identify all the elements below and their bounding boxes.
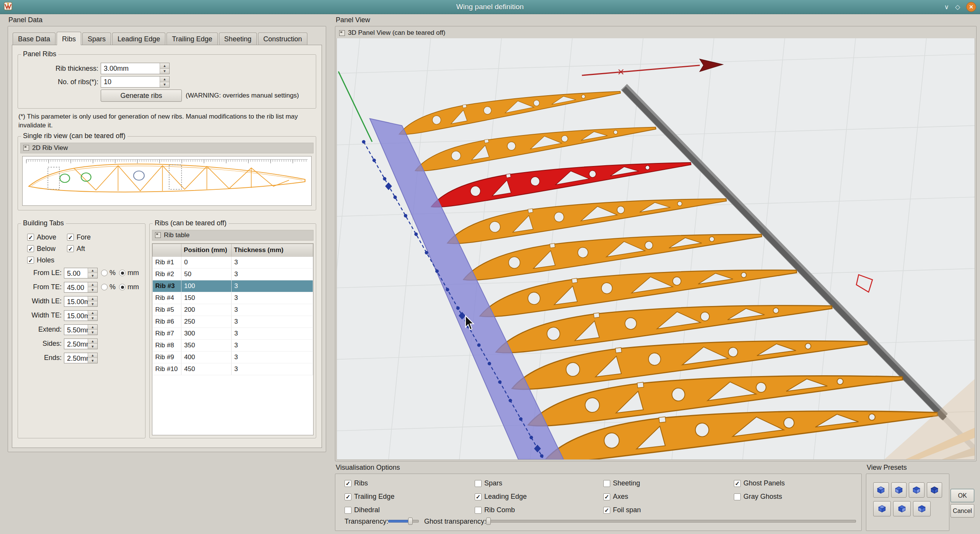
view-presets-title: View Presets: [866, 464, 949, 473]
ok-button[interactable]: OK: [951, 489, 974, 502]
spin-up-icon[interactable]: ▲: [160, 63, 169, 69]
float-icon[interactable]: [339, 30, 345, 36]
width-le-spinbox[interactable]: 15.00mm ▲▼: [64, 296, 98, 307]
num-ribs-spinbox[interactable]: 10 ▲▼: [101, 76, 170, 88]
rib-table-dock-header[interactable]: Rib table: [152, 230, 314, 241]
x-axis-red: [582, 59, 723, 75]
spin-up-icon[interactable]: ▲: [88, 325, 97, 330]
checkbox-rib-comb[interactable]: ✓Rib Comb: [475, 506, 515, 514]
checkbox-dihedral[interactable]: ✓Dihedral: [345, 506, 380, 514]
rib2d-canvas[interactable]: [22, 156, 312, 206]
tab-leading-edge[interactable]: Leading Edge: [112, 33, 165, 45]
checkbox-above[interactable]: ✓ Above: [27, 233, 67, 241]
sides-spinbox[interactable]: 2.50mm ▲▼: [64, 339, 98, 349]
from-le-spinbox[interactable]: 5.00 ▲▼: [64, 268, 98, 278]
tab-base-data[interactable]: Base Data: [13, 33, 56, 45]
close-icon[interactable]: ✕: [966, 2, 976, 12]
from-te-spinbox[interactable]: 45.00 ▲▼: [64, 282, 98, 293]
table-row[interactable]: Rib #1 0 3: [153, 256, 313, 268]
view3d-canvas[interactable]: [336, 38, 975, 460]
view-preset-front-button[interactable]: [873, 482, 889, 498]
spin-up-icon[interactable]: ▲: [88, 296, 97, 302]
spin-up-icon[interactable]: ▲: [88, 282, 97, 288]
spin-up-icon[interactable]: ▲: [88, 311, 97, 316]
table-row[interactable]: Rib #10 450 3: [153, 363, 313, 375]
spin-up-icon[interactable]: ▲: [160, 77, 169, 82]
checkbox-sheeting[interactable]: ✓Sheeting: [603, 479, 640, 487]
spin-down-icon[interactable]: ▼: [88, 301, 97, 306]
table-row[interactable]: Rib #8 350 3: [153, 339, 313, 351]
view-preset-iso-button[interactable]: [913, 501, 931, 516]
checkbox-fore[interactable]: ✓ Fore: [67, 233, 107, 241]
checkbox-axes[interactable]: ✓Axes: [603, 493, 628, 501]
view-preset-left-button[interactable]: [909, 482, 924, 498]
ghost-transparency-slider[interactable]: [485, 517, 856, 524]
table-row[interactable]: Rib #5 200 3: [153, 304, 313, 316]
rib-table: Position (mm) Thickness (mm) Rib #1 0 3: [152, 244, 313, 375]
rib-table-dock-title: Rib table: [164, 231, 189, 239]
extend-spinbox[interactable]: 5.50mm ▲▼: [64, 324, 98, 335]
table-row[interactable]: Rib #9 400 3: [153, 351, 313, 363]
spin-down-icon[interactable]: ▼: [160, 82, 169, 88]
spin-down-icon[interactable]: ▼: [88, 287, 97, 292]
spin-down-icon[interactable]: ▼: [160, 69, 169, 74]
checkbox-aft[interactable]: ✓ Aft: [67, 245, 107, 253]
single-rib-view-group: Single rib view (can be teared off) 2D R…: [18, 136, 316, 210]
view3d-dock-header[interactable]: 3D Panel View (can be teared off): [336, 28, 975, 38]
tab-construction[interactable]: Construction: [258, 33, 307, 45]
window-titlebar[interactable]: Wing panel definition ∨ ◇ ✕: [0, 0, 980, 14]
from-te-mm-radio[interactable]: [119, 284, 126, 290]
rib-thickness-spinbox[interactable]: 3.00mm ▲▼: [101, 63, 170, 74]
float-icon[interactable]: [23, 145, 29, 151]
checkbox-ribs[interactable]: ✓Ribs: [345, 479, 368, 487]
spin-up-icon[interactable]: ▲: [88, 268, 97, 274]
width-te-spinbox[interactable]: 15.00mm ▲▼: [64, 310, 98, 321]
spin-up-icon[interactable]: ▲: [88, 339, 97, 344]
generate-ribs-button[interactable]: Generate ribs: [101, 90, 182, 102]
spin-down-icon[interactable]: ▼: [88, 273, 97, 278]
tab-spars[interactable]: Spars: [82, 33, 111, 45]
checkbox-trailing-edge[interactable]: ✓Trailing Edge: [345, 493, 394, 501]
table-row-selected[interactable]: Rib #3 100 3: [153, 280, 313, 292]
spin-down-icon[interactable]: ▼: [88, 344, 97, 349]
cancel-button[interactable]: Cancel: [951, 504, 974, 518]
spin-down-icon[interactable]: ▼: [88, 316, 97, 321]
checkbox-leading-edge[interactable]: ✓Leading Edge: [475, 493, 527, 501]
spin-up-icon[interactable]: ▲: [88, 353, 97, 358]
table-row[interactable]: Rib #6 250 3: [153, 316, 313, 327]
visualisation-options-section: Visualisation Options ✓Ribs ✓Spars ✓Shee…: [335, 464, 862, 531]
view-presets-section: View Presets: [866, 464, 949, 531]
ends-spinbox[interactable]: 2.50mm ▲▼: [64, 353, 98, 363]
view-preset-bottom-button[interactable]: [893, 501, 911, 516]
checkbox-gray-ghosts[interactable]: ✓Gray Ghosts: [734, 493, 782, 501]
table-row[interactable]: Rib #4 150 3: [153, 292, 313, 304]
ribs-table-group-title: Ribs (can be teared off): [153, 219, 229, 227]
checkbox-foil-span[interactable]: ✓Foil span: [603, 506, 641, 514]
view-preset-right-button[interactable]: [927, 482, 942, 498]
spin-down-icon[interactable]: ▼: [88, 358, 97, 363]
transparency-slider[interactable]: [388, 517, 419, 524]
checkbox-spars[interactable]: ✓Spars: [475, 479, 502, 487]
checkbox-ghost-panels[interactable]: ✓Ghost Panels: [734, 479, 785, 487]
rib2d-drawing: [23, 156, 311, 205]
float-icon[interactable]: [155, 232, 161, 238]
from-le-mm-radio[interactable]: [119, 270, 126, 276]
table-row[interactable]: Rib #7 300 3: [153, 327, 313, 339]
checkbox-below[interactable]: ✓ Below: [27, 245, 67, 253]
from-te-percent-radio[interactable]: [101, 284, 108, 290]
view-preset-top-button[interactable]: [873, 501, 891, 516]
rib-thickness-value: 3.00mm: [101, 63, 160, 74]
table-row[interactable]: Rib #2 50 3: [153, 268, 313, 280]
from-le-percent-radio[interactable]: [101, 270, 108, 276]
minimize-icon[interactable]: ∨: [944, 4, 949, 10]
tab-sheeting[interactable]: Sheeting: [219, 33, 257, 45]
rib2d-dock-header[interactable]: 2D Rib View: [20, 143, 314, 153]
tab-trailing-edge[interactable]: Trailing Edge: [167, 33, 217, 45]
spin-down-icon[interactable]: ▼: [88, 330, 97, 335]
tab-ribs[interactable]: Ribs: [57, 32, 81, 45]
checkbox-holes[interactable]: ✓ Holes: [27, 256, 67, 264]
rib-table-wrap: Position (mm) Thickness (mm) Rib #1 0 3: [152, 243, 314, 435]
maximize-icon[interactable]: ◇: [955, 4, 960, 10]
view-preset-back-button[interactable]: [891, 482, 907, 498]
cube-icon: [917, 504, 927, 514]
